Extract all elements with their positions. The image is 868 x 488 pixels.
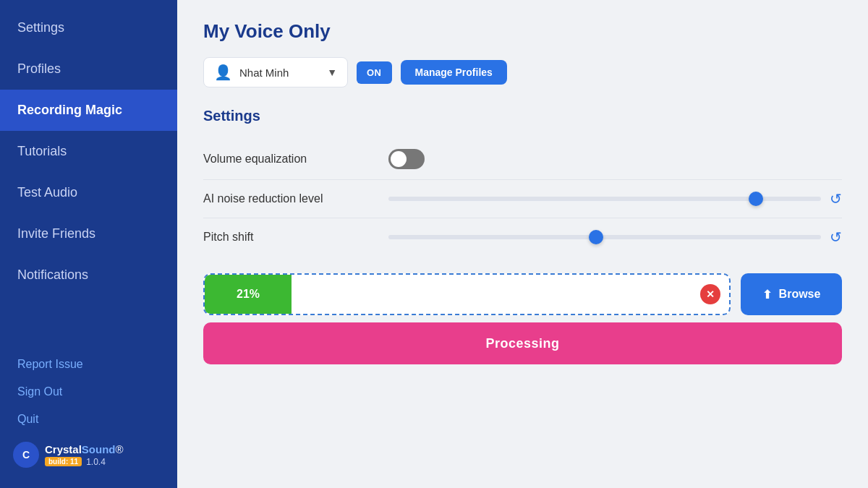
volume-equalization-row: Volume equalization <box>203 139 842 180</box>
report-issue-link[interactable]: Report Issue <box>0 351 177 378</box>
settings-title: Settings <box>203 108 842 124</box>
brand-area: C CrystalSound® build: 11 1.0.4 <box>0 433 177 476</box>
ai-noise-reduction-track <box>388 197 821 201</box>
pitch-shift-label: Pitch shift <box>203 231 377 244</box>
toggle-on-button[interactable]: ON <box>357 61 392 84</box>
sidebar-item-recording-magic[interactable]: Recording Magic <box>0 90 177 131</box>
ai-noise-reduction-slider-container: ↺ <box>388 190 842 207</box>
browse-label: Browse <box>779 288 821 301</box>
upload-row: 21% ✕ ⬆ Browse <box>203 273 842 315</box>
sign-out-link[interactable]: Sign Out <box>0 378 177 406</box>
profile-name: Nhat Minh <box>239 67 320 79</box>
processing-button[interactable]: Processing <box>203 322 842 364</box>
brand-version: 1.0.4 <box>86 457 106 467</box>
settings-section: Settings Volume equalization AI noise re… <box>203 108 842 256</box>
pitch-shift-reset-icon[interactable]: ↺ <box>830 228 842 246</box>
sidebar-item-notifications[interactable]: Notifications <box>0 254 177 296</box>
sidebar-item-profiles[interactable]: Profiles <box>0 48 177 90</box>
chevron-down-icon: ▼ <box>327 67 337 78</box>
pitch-shift-thumb[interactable] <box>589 230 603 244</box>
profile-row: 👤 Nhat Minh ▼ ON Manage Profiles <box>203 57 842 87</box>
brand-build-info: build: 11 1.0.4 <box>45 457 124 467</box>
brand-name: CrystalSound® <box>45 443 124 455</box>
pitch-shift-slider-container: ↺ <box>388 228 842 246</box>
pitch-shift-row: Pitch shift ↺ <box>203 218 842 256</box>
ai-noise-reduction-label: AI noise reduction level <box>203 192 377 205</box>
volume-equalization-label: Volume equalization <box>203 153 377 166</box>
ai-noise-reduction-reset-icon[interactable]: ↺ <box>830 190 842 207</box>
progress-box: 21% ✕ <box>203 273 731 315</box>
ai-noise-reduction-thumb[interactable] <box>749 192 763 206</box>
cancel-button[interactable]: ✕ <box>700 284 720 304</box>
brand-text: CrystalSound® build: 11 1.0.4 <box>45 443 124 467</box>
ai-noise-reduction-row: AI noise reduction level ↺ <box>203 180 842 218</box>
sidebar-item-test-audio[interactable]: Test Audio <box>0 172 177 213</box>
browse-button[interactable]: ⬆ Browse <box>741 273 842 315</box>
manage-profiles-button[interactable]: Manage Profiles <box>401 60 507 85</box>
quit-link[interactable]: Quit <box>0 406 177 433</box>
profile-dropdown[interactable]: 👤 Nhat Minh ▼ <box>203 57 348 87</box>
progress-percent: 21% <box>237 288 260 301</box>
pitch-shift-track <box>388 235 821 239</box>
cancel-icon: ✕ <box>706 288 715 300</box>
build-badge: build: 11 <box>45 457 82 466</box>
action-area: 21% ✕ ⬆ Browse Processing <box>203 273 842 364</box>
volume-equalization-toggle[interactable] <box>388 149 425 169</box>
progress-fill: 21% <box>205 275 292 314</box>
profile-icon: 👤 <box>214 64 232 81</box>
main-content: My Voice Only 👤 Nhat Minh ▼ ON Manage Pr… <box>177 0 868 488</box>
sidebar-item-invite-friends[interactable]: Invite Friends <box>0 213 177 254</box>
sidebar: Settings Profiles Recording Magic Tutori… <box>0 0 177 488</box>
page-title: My Voice Only <box>203 20 842 43</box>
upload-icon: ⬆ <box>762 288 772 301</box>
sidebar-item-settings[interactable]: Settings <box>0 7 177 48</box>
brand-logo-icon: C <box>13 442 39 468</box>
sidebar-item-tutorials[interactable]: Tutorials <box>0 131 177 172</box>
